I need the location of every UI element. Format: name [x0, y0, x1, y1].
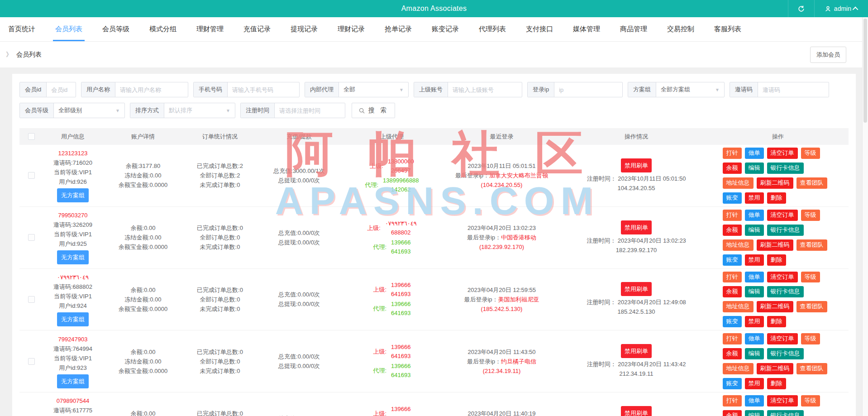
action-button-清空订单[interactable]: 清空订单: [767, 148, 798, 159]
action-button-刷新二维码[interactable]: 刷新二维码: [757, 239, 793, 251]
action-button-编辑[interactable]: 编辑: [745, 225, 764, 236]
nav-tab-3[interactable]: 会员等级: [100, 17, 132, 41]
action-button-银行卡信息[interactable]: 银行卡信息: [767, 348, 804, 359]
action-button-银行卡信息[interactable]: 银行卡信息: [767, 286, 804, 297]
nav-tab-4[interactable]: 模式分组: [147, 17, 179, 41]
action-button-打针[interactable]: 打针: [723, 210, 742, 221]
action-button-打针[interactable]: 打针: [723, 333, 742, 344]
action-button-打针[interactable]: 打针: [723, 272, 742, 283]
action-button-查看团队[interactable]: 查看团队: [796, 301, 827, 312]
filter-select[interactable]: 默认排序▼: [164, 103, 235, 118]
filter-input[interactable]: [275, 103, 345, 118]
filter-select[interactable]: 全部方案组▼: [656, 82, 724, 97]
filter-input[interactable]: [228, 82, 299, 97]
action-button-余额[interactable]: 余额: [723, 225, 742, 236]
no-plan-badge[interactable]: 无方案组: [57, 188, 89, 202]
scrollbar-thumb[interactable]: [863, 19, 867, 123]
action-button-清空订单[interactable]: 清空订单: [767, 272, 798, 283]
action-button-余额[interactable]: 余额: [723, 348, 742, 359]
action-button-等级[interactable]: 等级: [801, 272, 820, 283]
action-button-地址信息[interactable]: 地址信息: [723, 177, 754, 189]
nav-tab-14[interactable]: 商品管理: [618, 17, 649, 41]
ban-brush-badge[interactable]: 禁用刷单: [621, 344, 652, 358]
nav-tab-12[interactable]: 支付接口: [524, 17, 555, 41]
filter-input[interactable]: [115, 82, 188, 97]
nav-tab-5[interactable]: 理财管理: [194, 17, 226, 41]
row-checkbox[interactable]: [28, 296, 35, 303]
action-button-地址信息[interactable]: 地址信息: [723, 301, 754, 312]
action-button-银行卡信息[interactable]: 银行卡信息: [767, 410, 804, 416]
scrollbar[interactable]: [862, 17, 868, 416]
nav-tab-11[interactable]: 代理列表: [477, 17, 508, 41]
nav-tab-9[interactable]: 抢单记录: [382, 17, 414, 41]
action-button-禁用[interactable]: 禁用: [745, 192, 764, 204]
nav-tab-15[interactable]: 交易控制: [665, 17, 696, 41]
nav-tab-1[interactable]: 首页统计: [6, 17, 38, 41]
action-button-银行卡信息[interactable]: 银行卡信息: [767, 163, 804, 174]
action-button-禁用[interactable]: 禁用: [745, 378, 764, 389]
row-checkbox[interactable]: [28, 358, 35, 365]
action-button-刷新二维码[interactable]: 刷新二维码: [757, 363, 793, 374]
add-member-button[interactable]: 添加会员: [810, 47, 846, 63]
action-button-清空订单[interactable]: 清空订单: [767, 333, 798, 344]
nav-tab-6[interactable]: 充值记录: [241, 17, 273, 41]
ban-brush-badge[interactable]: 禁用刷单: [621, 406, 652, 416]
action-button-查看团队[interactable]: 查看团队: [796, 177, 827, 189]
action-button-银行卡信息[interactable]: 银行卡信息: [767, 225, 804, 236]
action-button-打针[interactable]: 打针: [723, 395, 742, 406]
action-button-禁用[interactable]: 禁用: [745, 254, 764, 266]
action-button-清空订单[interactable]: 清空订单: [767, 210, 798, 221]
action-button-删除[interactable]: 删除: [767, 378, 786, 389]
action-button-地址信息[interactable]: 地址信息: [723, 239, 754, 251]
nav-tab-2[interactable]: 会员列表: [53, 17, 85, 41]
action-button-删除[interactable]: 删除: [767, 254, 786, 266]
search-button[interactable]: 搜 索: [352, 103, 395, 118]
action-button-账变[interactable]: 账变: [723, 254, 742, 266]
action-button-余额[interactable]: 余额: [723, 286, 742, 297]
action-button-编辑[interactable]: 编辑: [745, 286, 764, 297]
action-button-做单[interactable]: 做单: [745, 333, 764, 344]
filter-input[interactable]: [448, 82, 522, 97]
action-button-删除[interactable]: 删除: [767, 316, 786, 327]
action-button-做单[interactable]: 做单: [745, 395, 764, 406]
no-plan-badge[interactable]: 无方案组: [57, 312, 89, 326]
action-button-账变[interactable]: 账变: [723, 316, 742, 327]
ban-brush-badge[interactable]: 禁用刷单: [621, 220, 652, 234]
action-button-做单[interactable]: 做单: [745, 272, 764, 283]
filter-select[interactable]: 全部▼: [339, 82, 408, 97]
nav-tab-7[interactable]: 提现记录: [288, 17, 320, 41]
nav-tab-8[interactable]: 理财记录: [335, 17, 367, 41]
refresh-button[interactable]: [788, 0, 814, 17]
no-plan-badge[interactable]: 无方案组: [57, 250, 89, 264]
nav-tab-13[interactable]: 媒体管理: [571, 17, 602, 41]
action-button-等级[interactable]: 等级: [801, 148, 820, 159]
action-button-编辑[interactable]: 编辑: [745, 348, 764, 359]
action-button-打针[interactable]: 打针: [723, 148, 742, 159]
action-button-清空订单[interactable]: 清空订单: [767, 395, 798, 406]
action-button-查看团队[interactable]: 查看团队: [796, 239, 827, 251]
ban-brush-badge[interactable]: 禁用刷单: [621, 158, 652, 172]
filter-input[interactable]: [554, 82, 622, 97]
user-menu[interactable]: admin: [814, 0, 868, 17]
action-button-做单[interactable]: 做单: [745, 148, 764, 159]
action-button-查看团队[interactable]: 查看团队: [796, 363, 827, 374]
action-button-账变[interactable]: 账变: [723, 192, 742, 204]
action-button-等级[interactable]: 等级: [801, 395, 820, 406]
action-button-刷新二维码[interactable]: 刷新二维码: [757, 301, 793, 312]
row-checkbox[interactable]: [28, 234, 35, 241]
action-button-地址信息[interactable]: 地址信息: [723, 363, 754, 374]
action-button-编辑[interactable]: 编辑: [745, 163, 764, 174]
filter-input[interactable]: [758, 82, 829, 97]
action-button-刷新二维码[interactable]: 刷新二维码: [757, 177, 793, 189]
row-checkbox[interactable]: [28, 172, 35, 179]
action-button-余额[interactable]: 余额: [723, 410, 742, 416]
action-button-编辑[interactable]: 编辑: [745, 410, 764, 416]
action-button-删除[interactable]: 删除: [767, 192, 786, 204]
action-button-禁用[interactable]: 禁用: [745, 316, 764, 327]
filter-select[interactable]: 全部级别▼: [54, 103, 124, 118]
action-button-等级[interactable]: 等级: [801, 333, 820, 344]
ban-brush-badge[interactable]: 禁用刷单: [621, 282, 652, 296]
filter-input[interactable]: [47, 82, 76, 97]
action-button-余额[interactable]: 余额: [723, 163, 742, 174]
nav-tab-16[interactable]: 客服列表: [712, 17, 744, 41]
